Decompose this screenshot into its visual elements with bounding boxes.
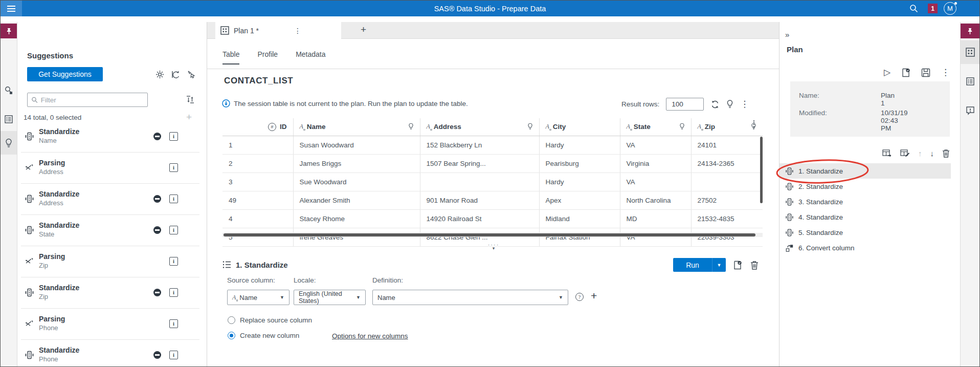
exclude-icon[interactable] [153,351,161,359]
info-icon[interactable]: i [169,132,178,141]
tab-table[interactable]: Table [222,50,239,64]
status-message-row: The session table is not current to the … [222,99,468,107]
create-new-column-radio[interactable]: Create new column [228,332,299,339]
column-header-city[interactable]: ACity [539,118,620,136]
result-rows-input[interactable] [666,98,704,111]
search-icon[interactable] [909,4,918,13]
exclude-icon[interactable] [153,226,161,234]
column-bulb-icon[interactable] [679,123,685,131]
column-header-name[interactable]: AName [293,118,420,136]
info-icon[interactable]: i [169,257,178,266]
apply-plan-icon[interactable] [901,68,910,77]
apply-step-icon[interactable] [733,261,742,270]
filter-input[interactable] [41,96,144,104]
plan-step-2[interactable]: 2. Standardize [779,179,951,194]
run-options-caret-icon[interactable]: ▼ [712,258,726,272]
info-icon[interactable]: i [169,288,178,297]
column-header-id[interactable]: #ID [222,118,293,136]
plan-step-6[interactable]: 6. Convert column [779,240,951,255]
column-header-state[interactable]: AState [620,118,691,136]
table-horizontal-scrollbar[interactable] [224,233,755,236]
lineage-search-icon[interactable] [1,79,17,102]
panel-splitter-handle[interactable]: ···· ▾ [207,240,780,254]
suggestion-item[interactable]: Standardize State i [21,215,199,246]
reset-suggestions-icon[interactable] [171,70,180,79]
options-for-new-columns-link[interactable]: Options for new columns [332,332,408,340]
parsing-icon [25,256,34,266]
properties-list-icon[interactable] [961,70,979,93]
new-tab-button[interactable]: + [361,24,366,35]
table-row[interactable]: 49Alexander Smith901 Manor RoadApexNorth… [222,191,763,209]
run-split-button[interactable]: Run ▼ [673,258,726,272]
pin-icon[interactable] [1,24,17,38]
hamburger-menu-button[interactable] [1,1,22,16]
table-menu-kebab-icon[interactable]: ⋮ [740,100,749,109]
plan-step-5[interactable]: 5. Standardize [779,225,951,240]
info-icon[interactable]: i [169,319,178,328]
settings-gear-icon[interactable] [155,70,164,79]
suggestion-item[interactable]: Parsing Address i [21,153,199,184]
get-suggestions-button[interactable]: Get Suggestions [27,67,103,81]
pin-icon[interactable] [961,24,979,38]
column-header-zip[interactable]: AZip [691,118,763,136]
exclude-icon[interactable] [153,133,161,140]
run-button[interactable]: Run [673,258,712,272]
delete-step-icon[interactable] [750,261,759,270]
suggestion-item[interactable]: Standardize Phone i [21,340,199,366]
plan-step-4[interactable]: 4. Standardize [779,209,951,225]
exclude-icon[interactable] [153,289,161,296]
info-icon[interactable]: i [169,195,178,203]
add-definition-icon[interactable]: + [591,290,597,302]
exclude-icon[interactable] [153,195,161,203]
info-icon[interactable]: i [169,226,178,234]
table-row[interactable]: 1Susan Woodward152 Blackberry LnHardyVA2… [222,136,763,154]
parsing-icon [25,319,34,329]
replace-source-column-radio[interactable]: Replace source column [228,316,312,324]
move-step-up-icon[interactable]: ↑ [918,149,922,158]
plan-step-3[interactable]: 3. Standardize [779,194,951,209]
save-plan-icon[interactable] [921,68,930,77]
suggestion-item[interactable]: Standardize Address i [21,184,199,215]
multi-select-icon[interactable] [187,70,196,79]
info-icon[interactable]: i [169,351,178,359]
info-icon[interactable]: i [169,163,178,172]
source-column-dropdown[interactable]: A Name ▼ [227,290,289,305]
run-plan-icon[interactable]: ▷ [884,67,890,78]
suggestion-item[interactable]: Standardize Zip i [21,277,199,309]
edit-table-icon[interactable] [900,149,910,158]
plan-document-tab[interactable]: Plan 1 * ⋮ [215,22,341,39]
form-list-icon[interactable] [1,107,17,131]
column-header-address[interactable]: AAddress [420,118,539,136]
tab-menu-kebab-icon[interactable]: ⋮ [294,27,301,34]
top-bar: SAS® Data Studio - Prepare Data [1,1,979,16]
suggestions-lightbulb-icon[interactable] [1,131,17,155]
table-row[interactable]: 4Stacey Rhome14920 Railroad StMidlandMD2… [222,209,763,228]
plan-menu-kebab-icon[interactable]: ⋮ [941,68,950,77]
help-icon[interactable]: ? [575,293,584,301]
expand-panel-icon[interactable]: » [785,30,788,39]
locale-dropdown[interactable]: English (United States) ▼ [294,290,366,305]
table-row[interactable]: 2James Briggs1507 Bear Spring...Pearisbu… [222,154,763,172]
move-step-down-icon[interactable]: ↓ [930,149,934,158]
sort-icon[interactable] [186,95,194,104]
suggestion-item[interactable]: Parsing Zip i [21,246,199,277]
column-bulb-icon[interactable] [408,123,414,131]
table-vertical-scrollbar[interactable] [760,137,763,203]
table-row[interactable]: 3Sue WoodwardHardyVA [222,172,763,191]
plan-step-1[interactable]: 1. Standardize [779,163,951,179]
suggestion-item[interactable]: Parsing Phone i [21,309,199,340]
suggestion-type: Parsing [39,315,65,323]
suggestion-item[interactable]: Standardize Name i [21,121,199,153]
refresh-icon[interactable] [710,100,720,109]
suggestions-bulb-icon[interactable] [726,100,733,109]
standardize-icon [25,288,34,297]
column-bulb-icon[interactable] [527,123,533,131]
tab-profile[interactable]: Profile [257,50,278,64]
tab-metadata[interactable]: Metadata [296,50,325,64]
definition-dropdown[interactable]: Name ▼ [372,290,568,305]
warnings-bubble-icon[interactable] [961,99,979,122]
add-source-table-icon[interactable] [882,149,892,158]
delete-plan-step-icon[interactable] [942,149,950,158]
plan-grid-icon[interactable] [961,40,979,64]
notification-badge[interactable]: 1 [928,4,938,13]
